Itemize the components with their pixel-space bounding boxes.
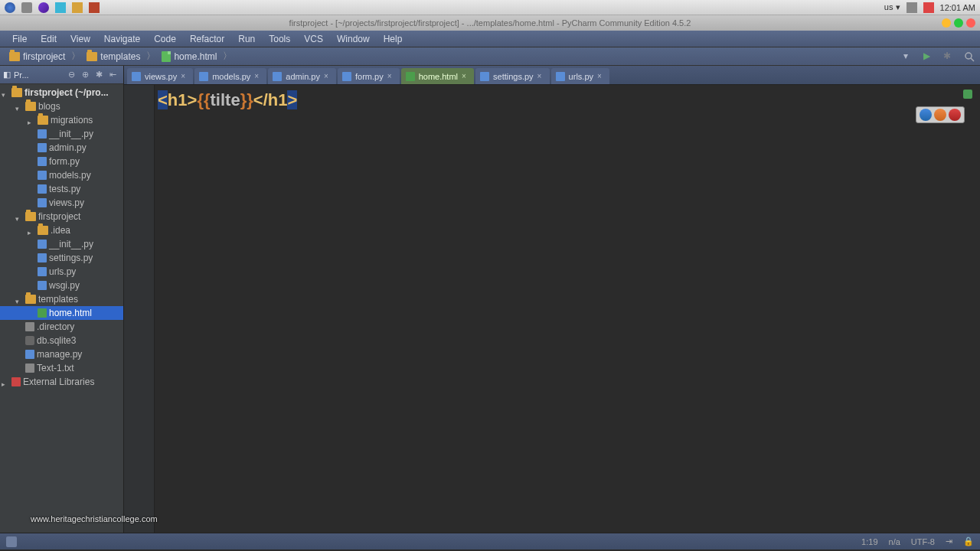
expand-arrow-icon[interactable] xyxy=(15,103,23,110)
collapse-icon[interactable]: ⊖ xyxy=(68,70,79,80)
menu-refactor[interactable]: Refactor xyxy=(184,32,230,46)
gear-icon[interactable]: ✱ xyxy=(96,70,106,80)
menu-help[interactable]: Help xyxy=(377,32,409,46)
tab-close-icon[interactable]: × xyxy=(537,73,545,80)
cursor-position[interactable]: 1:19 xyxy=(861,537,877,546)
run-button-icon[interactable]: ▶ xyxy=(923,51,936,63)
tab-close-icon[interactable]: × xyxy=(462,73,469,80)
menu-view[interactable]: View xyxy=(64,32,96,46)
code-area[interactable]: <h1>{{tilte}}</h1> xyxy=(155,85,980,533)
expand-arrow-icon[interactable] xyxy=(2,89,9,96)
tree-item[interactable]: home.html xyxy=(0,306,123,320)
app-icon[interactable] xyxy=(72,2,83,13)
navigation-bar: firstproject 〉 templates 〉 home.html 〉 ▾… xyxy=(0,47,980,66)
tree-item[interactable]: templates xyxy=(0,292,123,306)
run-config-dropdown-icon[interactable]: ▾ xyxy=(903,51,916,63)
menu-tools[interactable]: Tools xyxy=(263,32,296,46)
line-separator[interactable]: n/a xyxy=(889,537,900,546)
editor-tab[interactable]: views.py× xyxy=(127,68,193,84)
breadcrumb-item[interactable]: firstproject xyxy=(5,50,70,64)
window-minimize-button[interactable] xyxy=(942,18,951,28)
project-view-icon[interactable]: ◧ xyxy=(3,70,11,80)
html-file-icon xyxy=(406,72,415,81)
app-icon[interactable] xyxy=(38,2,49,13)
breadcrumb-item[interactable]: home.html xyxy=(157,50,221,64)
tab-close-icon[interactable]: × xyxy=(181,73,188,80)
tray-icon[interactable] xyxy=(923,2,934,13)
menu-file[interactable]: File xyxy=(6,32,33,46)
tree-item[interactable]: settings.py xyxy=(0,251,123,265)
expand-arrow-icon[interactable] xyxy=(15,295,23,303)
py-icon xyxy=(38,157,47,166)
breadcrumb-item[interactable]: templates xyxy=(82,50,145,64)
editor-tab[interactable]: models.py× xyxy=(194,68,266,84)
tree-item[interactable]: form.py xyxy=(0,155,123,168)
hide-icon[interactable]: ⇤ xyxy=(109,70,120,80)
tree-item[interactable]: Text-1.txt xyxy=(0,361,123,375)
editor-gutter[interactable] xyxy=(124,85,155,533)
tab-close-icon[interactable]: × xyxy=(324,73,332,80)
menu-run[interactable]: Run xyxy=(232,32,261,46)
tree-item[interactable]: __init__.py xyxy=(0,127,123,141)
menu-code[interactable]: Code xyxy=(148,32,182,46)
expand-arrow-icon[interactable] xyxy=(2,378,9,386)
window-close-button[interactable] xyxy=(966,18,975,28)
search-icon[interactable] xyxy=(963,51,975,63)
editor-body[interactable]: <h1>{{tilte}}</h1> xyxy=(124,85,980,533)
file-encoding[interactable]: UTF-8 xyxy=(911,537,935,546)
tree-item[interactable]: migrations xyxy=(0,113,123,127)
menu-window[interactable]: Window xyxy=(331,32,376,46)
tree-item[interactable]: db.sqlite3 xyxy=(0,334,123,347)
expand-arrow-icon[interactable] xyxy=(15,213,23,220)
tree-item[interactable]: models.py xyxy=(0,168,123,182)
expand-arrow-icon[interactable] xyxy=(28,227,35,234)
tree-item[interactable]: wsgi.py xyxy=(0,279,123,292)
expand-arrow-icon[interactable] xyxy=(28,116,35,124)
clock[interactable]: 12:01 AM xyxy=(940,3,975,12)
project-tool-window: ◧ Pr... ⊖ ⊕ ✱ ⇤ firstproject (~/pro... b… xyxy=(0,66,124,533)
inspection-indicator[interactable] xyxy=(963,90,972,99)
expand-icon[interactable]: ⊕ xyxy=(82,70,93,80)
readonly-lock-icon[interactable]: 🔒 xyxy=(963,536,974,546)
tray-icon[interactable] xyxy=(906,2,917,13)
firefox-icon[interactable] xyxy=(934,109,946,121)
tree-item[interactable]: .idea xyxy=(0,223,123,237)
editor-tab[interactable]: settings.py× xyxy=(475,68,550,84)
tree-item-label: form.py xyxy=(49,156,80,167)
editor-tab[interactable]: admin.py× xyxy=(268,68,336,84)
tree-item[interactable]: manage.py xyxy=(0,347,123,361)
window-maximize-button[interactable] xyxy=(954,18,963,28)
tab-close-icon[interactable]: × xyxy=(597,73,605,80)
app-icon[interactable] xyxy=(21,2,32,13)
keyboard-indicator[interactable]: us ▾ xyxy=(884,2,900,12)
tree-item[interactable]: admin.py xyxy=(0,141,123,155)
editor-tab[interactable]: home.html× xyxy=(401,68,474,84)
debug-button-icon[interactable]: ✱ xyxy=(943,51,956,63)
tree-root[interactable]: firstproject (~/pro... xyxy=(0,86,123,99)
tree-external-libraries[interactable]: External Libraries xyxy=(0,375,123,389)
menu-vcs[interactable]: VCS xyxy=(298,32,329,46)
code-line[interactable]: <h1>{{tilte}}</h1> xyxy=(158,90,977,111)
tree-item[interactable]: blogs xyxy=(0,99,123,113)
tab-close-icon[interactable]: × xyxy=(387,73,395,80)
chrome-icon[interactable] xyxy=(920,109,932,121)
menu-edit[interactable]: Edit xyxy=(34,32,63,46)
opera-icon[interactable] xyxy=(949,109,961,121)
tree-item[interactable]: firstproject xyxy=(0,210,123,223)
project-tree[interactable]: firstproject (~/pro... blogsmigrations__… xyxy=(0,84,123,533)
tree-item[interactable]: __init__.py xyxy=(0,237,123,251)
fedora-icon[interactable] xyxy=(5,2,15,13)
tree-item[interactable]: views.py xyxy=(0,196,123,210)
indent-indicator[interactable]: ⇥ xyxy=(946,536,952,546)
app-icon[interactable] xyxy=(55,2,66,13)
status-tool-window-icon[interactable] xyxy=(6,536,17,547)
tree-item[interactable]: .directory xyxy=(0,320,123,334)
editor-tab[interactable]: form.py× xyxy=(338,68,400,84)
menu-navigate[interactable]: Navigate xyxy=(98,32,146,46)
editor-tab[interactable]: urls.py× xyxy=(551,68,609,84)
tree-item[interactable]: urls.py xyxy=(0,265,123,279)
tree-item[interactable]: tests.py xyxy=(0,182,123,196)
app-icon[interactable] xyxy=(89,2,100,13)
tab-close-icon[interactable]: × xyxy=(254,73,262,80)
project-panel-title[interactable]: Pr... xyxy=(14,70,29,80)
